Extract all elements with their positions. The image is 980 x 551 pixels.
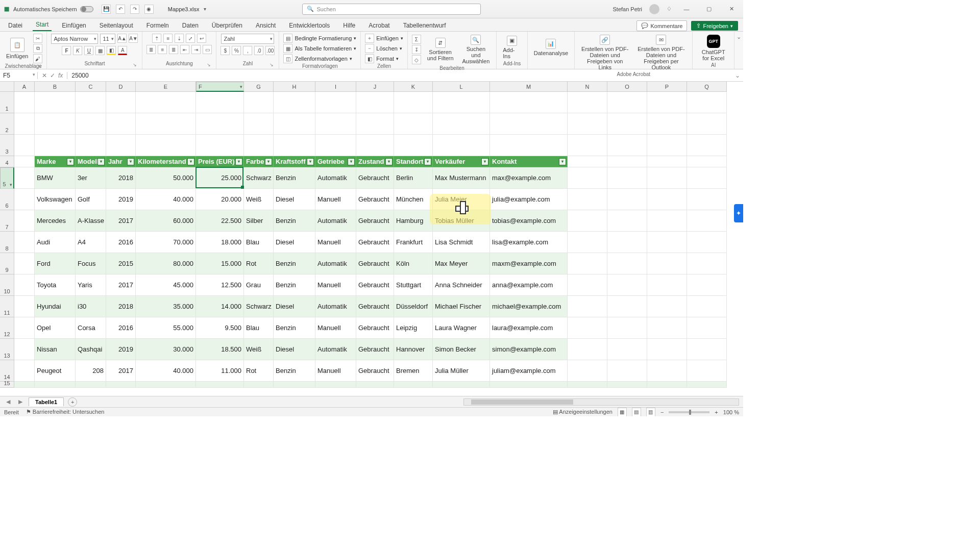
filter-dropdown-icon[interactable]: ▾ <box>265 158 272 165</box>
cell[interactable] <box>568 92 607 113</box>
table-cell[interactable]: München <box>394 189 433 210</box>
row-header[interactable]: 5 <box>0 167 14 189</box>
row-header[interactable]: 15 <box>0 382 14 388</box>
table-cell[interactable]: A-Klasse <box>76 210 106 232</box>
row-header[interactable]: 13 <box>0 339 14 360</box>
cell[interactable] <box>14 113 35 135</box>
inc-decimal-icon[interactable]: .0 <box>254 46 263 55</box>
accessibility-status[interactable]: ⚑ Barrierefreiheit: Untersuchen <box>26 409 105 415</box>
number-format-select[interactable]: Zahl <box>221 34 274 44</box>
cell[interactable] <box>647 296 687 317</box>
table-cell[interactable]: max@example.com <box>490 167 568 189</box>
cell[interactable] <box>687 113 727 135</box>
cell[interactable] <box>136 113 196 135</box>
table-cell[interactable]: Benzin <box>274 167 315 189</box>
column-header[interactable]: B <box>35 82 76 92</box>
table-cell[interactable]: Gebraucht <box>356 210 394 232</box>
table-cell[interactable]: Benzin <box>274 253 315 274</box>
row-header[interactable]: 1 <box>0 92 14 113</box>
table-cell[interactable]: Diesel <box>274 339 315 360</box>
filter-dropdown-icon[interactable]: ▾ <box>385 158 393 165</box>
cell[interactable] <box>687 382 727 388</box>
cell[interactable] <box>76 382 106 388</box>
cell[interactable] <box>14 253 35 274</box>
copy-icon[interactable]: ⧉ <box>33 44 42 53</box>
table-cell[interactable]: Diesel <box>274 232 315 253</box>
table-cell[interactable]: 2019 <box>106 189 136 210</box>
sort-filter-button[interactable]: ⇵Sortieren und Filtern <box>424 37 457 62</box>
cell[interactable] <box>568 135 607 156</box>
comma-icon[interactable]: , <box>243 46 252 55</box>
cell[interactable] <box>607 339 647 360</box>
zoom-slider[interactable] <box>669 411 709 413</box>
dec-decimal-icon[interactable]: .00 <box>265 46 275 55</box>
cell[interactable] <box>490 135 568 156</box>
table-cell[interactable]: Toyota <box>35 274 76 296</box>
cut-icon[interactable]: ✂ <box>33 34 42 43</box>
cell[interactable] <box>14 274 35 296</box>
table-cell[interactable]: Gebraucht <box>356 360 394 382</box>
search-box[interactable]: 🔍 Suchen <box>302 4 481 15</box>
cell[interactable] <box>568 360 607 382</box>
table-cell[interactable]: 80.000 <box>136 253 196 274</box>
cell[interactable] <box>136 135 196 156</box>
table-cell[interactable]: Corsa <box>76 317 106 339</box>
table-cell[interactable]: Gebraucht <box>356 167 394 189</box>
row-header[interactable]: 7 <box>0 210 14 232</box>
table-cell[interactable]: Hannover <box>394 339 433 360</box>
table-cell[interactable]: Julia Meier <box>433 189 490 210</box>
column-header[interactable]: C <box>76 82 106 92</box>
cell[interactable] <box>76 92 106 113</box>
column-header[interactable]: G <box>244 82 274 92</box>
insert-cells-button[interactable]: ＋Einfügen▾ <box>365 34 403 43</box>
table-cell[interactable]: Benzin <box>274 210 315 232</box>
table-cell[interactable]: Schwarz <box>244 167 274 189</box>
table-cell[interactable]: maxm@example.com <box>490 253 568 274</box>
column-header[interactable]: L <box>433 82 490 92</box>
italic-button[interactable]: K <box>73 46 82 55</box>
data-analysis-button[interactable]: 📊Datenanalyse <box>532 38 570 57</box>
table-cell[interactable]: Frankfurt <box>394 232 433 253</box>
table-header[interactable]: Marke▾ <box>35 156 76 167</box>
table-cell[interactable]: Manuell <box>315 274 356 296</box>
table-cell[interactable]: Bremen <box>394 360 433 382</box>
table-cell[interactable]: 15.000 <box>196 253 244 274</box>
cancel-icon[interactable]: ✕ <box>42 72 47 79</box>
table-cell[interactable]: Weiß <box>244 339 274 360</box>
cell[interactable] <box>356 382 394 388</box>
table-header[interactable]: Jahr▾ <box>106 156 136 167</box>
format-as-table-button[interactable]: ▦Als Tabelle formatieren▾ <box>283 44 356 53</box>
format-cells-button[interactable]: ◧Format▾ <box>365 54 399 63</box>
side-panel-badge[interactable]: ✦ <box>734 204 743 222</box>
cell[interactable] <box>14 167 35 189</box>
table-cell[interactable]: Simon Becker <box>433 339 490 360</box>
cell[interactable] <box>607 253 647 274</box>
table-cell[interactable]: 11.000 <box>196 360 244 382</box>
filter-dropdown-icon[interactable]: ▾ <box>127 158 134 165</box>
row-header[interactable]: 14 <box>0 360 14 382</box>
table-cell[interactable]: simon@example.com <box>490 339 568 360</box>
row-header[interactable]: 10 <box>0 274 14 296</box>
cell[interactable] <box>196 382 244 388</box>
filter-dropdown-icon[interactable]: ▾ <box>97 158 105 165</box>
cell[interactable] <box>394 113 433 135</box>
font-name-select[interactable]: Aptos Narrow <box>51 34 98 44</box>
table-cell[interactable]: Gebraucht <box>356 274 394 296</box>
column-header[interactable]: A <box>14 82 35 92</box>
cell[interactable] <box>274 92 315 113</box>
cell[interactable] <box>568 113 607 135</box>
fill-icon[interactable]: ↧ <box>412 45 421 54</box>
cell[interactable] <box>607 382 647 388</box>
cell[interactable] <box>14 210 35 232</box>
cell[interactable] <box>568 167 607 189</box>
table-header[interactable]: Standort▾ <box>394 156 433 167</box>
sheet-nav-next-icon[interactable]: ▶ <box>16 398 24 405</box>
table-cell[interactable]: 40.000 <box>136 189 196 210</box>
cell[interactable] <box>35 135 76 156</box>
cell[interactable] <box>568 382 607 388</box>
cell[interactable] <box>687 360 727 382</box>
cell[interactable] <box>647 113 687 135</box>
cell[interactable] <box>568 232 607 253</box>
cell[interactable] <box>568 189 607 210</box>
cell[interactable] <box>315 92 356 113</box>
